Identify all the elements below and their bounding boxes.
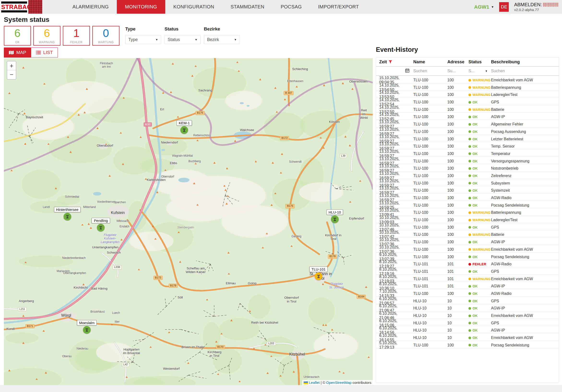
agw-selector[interactable]: AGW1 ▼ [474, 4, 494, 10]
nav-item-konfiguration[interactable]: KONFIGURATION [165, 0, 222, 14]
antenna-icon [332, 217, 337, 222]
event-beschreibung: Erreichbarkeit vom AGW [491, 314, 559, 318]
event-adresse: 100 [447, 196, 468, 200]
event-adresse: 101 [447, 262, 468, 266]
status-badge: OK [468, 240, 491, 244]
table-row[interactable]: 6.10.2025, 16:15:06HLU-1010OKGPS [376, 319, 559, 326]
nav-item-monitoring[interactable]: MONITORING [117, 0, 165, 14]
date-filter-button[interactable] [405, 68, 413, 74]
column-header-beschreibung[interactable]: Beschreibung [491, 59, 559, 65]
table-row[interactable]: 13.10.2025, 16:59:27TLU-100100OKAllgemei… [376, 120, 559, 127]
table-row[interactable]: 6.10.2025, 21:06:47HLU-1010OKAGW-IP [376, 304, 559, 311]
map-marker[interactable]: HLU-10 [331, 215, 339, 223]
nav-item-stammdaten[interactable]: STAMMDATEN [222, 0, 272, 14]
stat-value-ok: 6 [4, 27, 30, 40]
footer-strip [0, 385, 562, 392]
zoom-in-button[interactable]: + [7, 61, 16, 70]
table-row[interactable]: 6.10.2025, 16:14:55HLU-1010OKErreichbark… [376, 333, 559, 341]
table-row[interactable]: 10.10.2025, 13:09:03TLU-100100WARNUNGLad… [376, 216, 559, 223]
map-view-button[interactable]: MAP [4, 48, 31, 58]
map-canvas[interactable]: Flintsbach am InnSchlechingEttenhausenOb… [4, 58, 373, 385]
table-row[interactable]: 13.10.2025, 16:59:27TLU-100100OKTemp. Se… [376, 142, 559, 149]
column-header-adresse[interactable]: Adresse [447, 59, 468, 65]
map-marker[interactable]: TLU-101 [315, 273, 322, 280]
status-dot-icon [468, 344, 471, 346]
nav-item-import-export[interactable]: IMPORT/EXPORT [310, 0, 367, 14]
status-text: OK [472, 292, 478, 296]
event-beschreibung: Pocsag Sendeleistung [491, 343, 559, 347]
table-row[interactable]: 7.10.2025, 14:15:33TLU-100100OKAGW-Radio [376, 289, 559, 297]
zoom-out-button[interactable]: − [7, 70, 16, 79]
table-row[interactable]: 6.10.2025, 21:06:46HLU-1010OKErreichbark… [376, 311, 559, 319]
column-header-status[interactable]: Status [468, 59, 491, 65]
adresse-search-input[interactable]: Su... [447, 69, 468, 73]
table-row[interactable]: 8.10.2025, 12:19:27TLU-101101FEHLERAGW-R… [376, 260, 559, 267]
table-row[interactable]: 6.10.2025, 21:06:57HLU-1010OKGPS [376, 297, 559, 304]
status-select-value: Status [168, 37, 180, 42]
event-adresse: 100 [447, 291, 468, 296]
status-summary-row: 6 OK 6 WARNUNG 1 FEHLER 0 WARTUNG Type T… [4, 26, 240, 46]
stat-box-ok[interactable]: 6 OK [4, 26, 31, 46]
table-row[interactable]: 13.10.2025, 16:59:27TLU-100100OKNotstrom… [376, 164, 559, 172]
osm-link[interactable]: OpenStreetMap [326, 380, 352, 385]
table-row[interactable]: 5.10.2025, 17:29:13TLU-100100OKPocsag Se… [376, 341, 559, 348]
table-row[interactable]: 13.10.2025, 16:59:27TLU-100100OKVersorgu… [376, 157, 559, 164]
map-marker[interactable]: Pendling [97, 224, 105, 232]
nav-item-pocsag[interactable]: POCSAG [272, 0, 310, 14]
table-row[interactable]: 10.10.2025, 13:07:36TLU-100100OKAGW-IP [376, 238, 559, 245]
table-row[interactable]: 10.10.2025, 13:07:46TLU-100100OKGPS [376, 223, 559, 231]
logout-label[interactable]: ABMELDEN: [514, 2, 542, 8]
table-row[interactable]: 14.10.2025, 13:54:50TLU-100100WARNUNGBat… [376, 83, 559, 91]
leaflet-link[interactable]: Leaflet [309, 380, 320, 385]
type-select[interactable]: Type ▼ [125, 35, 161, 44]
event-adresse: 100 [447, 137, 468, 141]
name-search-input[interactable]: Suchen [413, 69, 447, 73]
map-marker[interactable]: KEM-1 [180, 126, 188, 134]
list-view-button[interactable]: LIST [31, 48, 58, 58]
table-row[interactable]: 15.10.2025, 09:04:35TLU-100100WARNUNGErr… [376, 76, 559, 83]
column-header-zeit[interactable]: Zeit [379, 59, 387, 65]
table-row[interactable]: 13.10.2025, 16:59:27TLU-100100OKZeitrefe… [376, 172, 559, 179]
event-name: HLU-10 [413, 306, 447, 310]
status-select[interactable]: Status ▼ [164, 35, 200, 44]
table-row[interactable]: 8.10.2025, 12:19:16TLU-101101OKGPS [376, 267, 559, 275]
table-row[interactable]: 10.10.2025, 13:09:41TLU-100100WARNUNGBat… [376, 208, 559, 216]
table-row[interactable]: 6.10.2025, 16:14:56HLU-1010OKAGW-IP [376, 326, 559, 333]
event-adresse: 100 [447, 115, 468, 119]
status-text: WARNUNG [472, 233, 491, 237]
table-row[interactable]: 13.10.2025, 16:59:27TLU-100100OKTemperat… [376, 149, 559, 157]
stat-box-fehler[interactable]: 1 FEHLER [63, 26, 90, 46]
map-marker[interactable]: Moeslalm [83, 326, 91, 334]
language-button[interactable]: DE [499, 2, 509, 12]
table-row[interactable]: 8.10.2025, 10:36:10TLU-101101OKAGW-IP [376, 282, 559, 289]
table-row[interactable]: 10.10.2025, 13:07:36TLU-100100WARNUNGErr… [376, 245, 559, 253]
bezirk-select[interactable]: Bezirk ▼ [204, 35, 240, 44]
table-row[interactable]: 14.10.2025, 13:52:45TLU-100100OKAGW-IP [376, 113, 559, 120]
event-name: TLU-100 [413, 232, 447, 237]
table-row[interactable]: 9.10.2025, 13:07:39TLU-100100OKPocsag Se… [376, 253, 559, 260]
status-badge: WARNUNG [468, 233, 491, 237]
table-row[interactable]: 13.10.2025, 16:59:27TLU-100100OKLetzter … [376, 135, 559, 142]
table-row[interactable]: 14.10.2025, 13:52:50TLU-100100WARNUNGBat… [376, 105, 559, 113]
column-header-name[interactable]: Name [413, 59, 447, 65]
table-row[interactable]: 13.10.2025, 16:59:27TLU-100100OKAGW-Radi… [376, 194, 559, 201]
nav-item-alarmierung[interactable]: ALARMIERUNG [64, 0, 117, 14]
table-row[interactable]: 14.10.2025, 13:53:50TLU-100100WARNUNGLad… [376, 90, 559, 98]
table-row[interactable]: 13.10.2025, 16:59:27TLU-100100OKSubsyste… [376, 179, 559, 186]
stat-box-warnung[interactable]: 6 WARNUNG [33, 26, 60, 46]
filter-icon[interactable] [389, 60, 392, 64]
table-row[interactable]: 13.10.2025, 16:59:27TLU-100100OKSystemze… [376, 186, 559, 194]
table-row[interactable]: 13.10.2025, 16:59:27TLU-100100OKPocsag A… [376, 127, 559, 135]
table-row[interactable]: 10.10.2025, 13:07:42TLU-100100WARNUNGBat… [376, 230, 559, 238]
event-name: TLU-100 [413, 196, 447, 200]
table-row[interactable]: 13.10.2025, 16:59:25TLU-100100OKPocsag S… [376, 201, 559, 208]
event-name: TLU-101 [413, 277, 447, 281]
map-marker[interactable]: Hinterthiersee [64, 213, 71, 220]
beschreibung-search-input[interactable]: Suchen [491, 69, 559, 73]
status-filter-select[interactable]: S... ▼ [468, 69, 491, 73]
event-name: TLU-100 [413, 343, 447, 347]
table-row[interactable]: 8.10.2025, 12:19:03TLU-101101WARNUNGErre… [376, 275, 559, 282]
status-badge: OK [468, 181, 491, 185]
table-row[interactable]: 14.10.2025, 13:52:54TLU-100100OKGPS [376, 98, 559, 105]
stat-box-wartung[interactable]: 0 WARTUNG [92, 26, 119, 46]
